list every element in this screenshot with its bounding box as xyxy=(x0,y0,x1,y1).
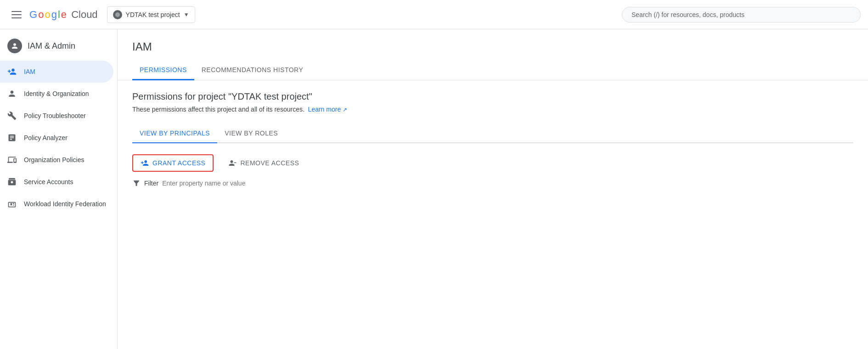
sidebar-item-label-identity: Identity & Organization xyxy=(24,90,89,97)
grant-access-button[interactable]: GRANT ACCESS xyxy=(132,154,214,172)
sidebar: IAM & Admin IAM Identity & Organization … xyxy=(0,29,118,349)
filter-label: Filter xyxy=(144,180,158,187)
iam-admin-icon xyxy=(7,39,22,53)
tab-permissions[interactable]: PERMISSIONS xyxy=(132,61,194,80)
sidebar-header: IAM & Admin xyxy=(0,33,117,61)
main-layout: IAM & Admin IAM Identity & Organization … xyxy=(0,29,868,349)
project-selector[interactable]: YDTAK test project ▼ xyxy=(107,6,195,23)
filter-input[interactable] xyxy=(162,180,300,187)
tab-recommendations[interactable]: RECOMMENDATIONS HISTORY xyxy=(194,61,311,80)
remove-access-label: REMOVE ACCESS xyxy=(240,159,299,167)
search-bar[interactable]: Search (/) for resources, docs, products xyxy=(622,7,861,23)
filter-icon xyxy=(132,179,141,187)
sub-tabs: VIEW BY PRINCIPALS VIEW BY ROLES xyxy=(132,124,853,143)
identity-org-icon xyxy=(7,89,17,98)
page-title: IAM xyxy=(132,40,853,53)
external-link-icon: ↗ xyxy=(343,107,347,113)
sidebar-item-label-org-policies: Organization Policies xyxy=(24,156,85,163)
sidebar-item-label-troubleshooter: Policy Troubleshooter xyxy=(24,112,86,119)
sidebar-item-policy-analyzer[interactable]: Policy Analyzer xyxy=(0,127,113,149)
sidebar-item-label-service-accounts: Service Accounts xyxy=(24,178,73,186)
iam-icon xyxy=(7,67,17,76)
sub-tab-by-roles[interactable]: VIEW BY ROLES xyxy=(217,124,285,143)
sidebar-item-workload-identity[interactable]: Workload Identity Federation xyxy=(0,193,113,215)
filter-bar: Filter xyxy=(132,179,853,187)
wrench-icon xyxy=(7,111,17,120)
sidebar-item-label-iam: IAM xyxy=(24,68,35,75)
sidebar-item-identity-org[interactable]: Identity & Organization xyxy=(0,83,113,105)
workload-identity-icon xyxy=(7,199,17,208)
sidebar-item-iam[interactable]: IAM xyxy=(0,61,113,83)
sidebar-item-label-analyzer: Policy Analyzer xyxy=(24,134,68,141)
learn-more-link[interactable]: Learn more ↗ xyxy=(308,106,347,113)
permissions-title: Permissions for project "YDTAK test proj… xyxy=(132,91,853,102)
google-logo: Google Cloud xyxy=(29,9,98,21)
action-bar: GRANT ACCESS REMOVE ACCESS xyxy=(132,154,853,172)
sidebar-item-org-policies[interactable]: Organization Policies xyxy=(0,149,113,171)
service-accounts-icon xyxy=(7,177,17,186)
org-policies-icon xyxy=(7,155,17,164)
sidebar-title: IAM & Admin xyxy=(28,41,75,51)
main-tabs: PERMISSIONS RECOMMENDATIONS HISTORY xyxy=(118,61,868,80)
permissions-subtitle: These permissions affect this project an… xyxy=(132,106,853,113)
top-nav: Google Cloud YDTAK test project ▼ Search… xyxy=(0,0,868,29)
grant-access-label: GRANT ACCESS xyxy=(152,159,205,167)
remove-person-icon xyxy=(228,159,237,167)
chevron-down-icon: ▼ xyxy=(184,11,189,18)
content-header: IAM xyxy=(118,29,868,53)
sidebar-item-policy-troubleshooter[interactable]: Policy Troubleshooter xyxy=(0,105,113,127)
project-icon xyxy=(113,10,122,19)
content-body: Permissions for project "YDTAK test proj… xyxy=(118,80,868,198)
main-content: IAM PERMISSIONS RECOMMENDATIONS HISTORY … xyxy=(118,29,868,349)
hamburger-menu[interactable] xyxy=(7,6,26,24)
policy-analyzer-icon xyxy=(7,133,17,142)
sidebar-item-label-workload: Workload Identity Federation xyxy=(24,200,106,208)
remove-access-button[interactable]: REMOVE ACCESS xyxy=(221,155,306,171)
sidebar-item-service-accounts[interactable]: Service Accounts xyxy=(0,171,113,193)
sub-tab-by-principals[interactable]: VIEW BY PRINCIPALS xyxy=(132,124,217,143)
project-name: YDTAK test project xyxy=(126,11,180,18)
search-placeholder: Search (/) for resources, docs, products xyxy=(631,11,744,18)
add-person-icon xyxy=(141,159,149,167)
